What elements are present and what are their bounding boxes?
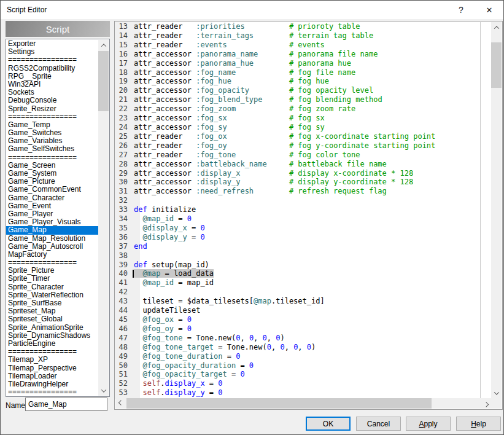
script-list-item[interactable]: Game_System (6, 170, 99, 178)
code-line[interactable]: 51 @fog_opacity_target = 0 (115, 370, 492, 379)
scroll-right-button[interactable] (481, 398, 491, 409)
script-list-item[interactable]: Settings (6, 48, 99, 56)
code-line[interactable]: 46 @fog_oy = 0 (115, 324, 492, 334)
code-line[interactable]: 33def initialize (115, 205, 492, 214)
scroll-down-button[interactable] (98, 385, 109, 396)
code-line[interactable]: 27attr_reader :fog_tone # fog color tone (115, 151, 492, 160)
script-list-item[interactable]: Game_Screen (6, 162, 99, 170)
code-line[interactable]: 15attr_reader :events # events (115, 41, 492, 50)
code-line[interactable]: 50 @fog_opacity_duration = 0 (115, 361, 492, 370)
editor-vertical-scrollbar[interactable] (491, 22, 502, 398)
script-list-item[interactable]: Win32API (6, 80, 99, 88)
help-button[interactable]: Help (456, 417, 501, 431)
script-list-item[interactable]: Game_Event (6, 202, 99, 210)
cancel-button[interactable]: Cancel (356, 417, 401, 431)
code-line[interactable]: 36 @display_y = 0 (115, 233, 492, 242)
script-list-item[interactable]: Spriteset_Global (6, 315, 99, 323)
script-list-item[interactable]: Game_Player (6, 210, 99, 218)
script-list-item[interactable]: ================ (6, 154, 99, 162)
scroll-left-button[interactable] (115, 398, 126, 409)
script-list-item[interactable]: Game_Map_Resolution (6, 235, 99, 243)
script-list-item[interactable]: RGSS2Compatibility (6, 65, 99, 72)
script-list-item[interactable]: Game_CommonEvent (6, 186, 99, 194)
script-list-item[interactable]: ParticleEngine (6, 340, 99, 348)
apply-button[interactable]: Apply (406, 417, 451, 431)
code-line[interactable]: 29attr_accessor :display_x # display x-c… (115, 169, 492, 178)
code-line[interactable]: 26attr_reader :fog_oy # fog y-coordinate… (115, 141, 492, 151)
code-editor[interactable]: 13attr_reader :priorities # prioroty tab… (114, 21, 503, 410)
script-list-item[interactable]: DebugConsole (6, 96, 99, 104)
script-list-item[interactable]: Game_Player_Visuals (6, 218, 99, 226)
code-line[interactable]: 21attr_accessor :fog_blend_type # fog bl… (115, 95, 492, 104)
script-list-item[interactable]: Tilemap_XP (6, 356, 99, 364)
close-button[interactable]: ✕ (475, 1, 503, 19)
code-line[interactable]: 41 @map_id = map_id (115, 278, 492, 288)
editor-horizontal-scrollbar[interactable] (115, 398, 491, 409)
script-list-scrollbar[interactable] (98, 40, 109, 396)
script-list-item[interactable]: Game_Variables (6, 137, 99, 145)
code-line[interactable]: 32 (115, 196, 492, 205)
scroll-down-button[interactable] (491, 388, 502, 398)
code-line[interactable]: 13attr_reader :priorities # prioroty tab… (115, 22, 492, 31)
code-line[interactable]: 34 @map_id = 0 (115, 214, 492, 224)
code-line[interactable]: 52 self.display_x = 0 (115, 379, 492, 388)
script-list-item[interactable]: Sprite_DynamicShadows (6, 332, 99, 340)
script-list-item[interactable]: MapFactory (6, 251, 99, 259)
code-line[interactable]: 24attr_accessor :fog_sy # fog sy (115, 123, 492, 132)
script-list-item[interactable]: Game_Switches (6, 129, 99, 137)
script-list-item[interactable]: ================ (6, 348, 99, 356)
code-line[interactable]: 14attr_reader :terrain_tags # terrain ta… (115, 31, 492, 41)
script-list-item[interactable]: TileDrawingHelper (6, 380, 99, 388)
code-line[interactable]: 20attr_accessor :fog_opacity # fog opaci… (115, 86, 492, 95)
script-list-item[interactable]: ================ (6, 113, 99, 121)
script-list-item[interactable]: Tilemap_Perspective (6, 364, 99, 372)
script-list-item[interactable]: ================ (6, 388, 99, 396)
code-line[interactable]: 49 @fog_tone_duration = 0 (115, 352, 492, 361)
code-line[interactable]: 17attr_accessor :panorama_hue # panorama… (115, 59, 492, 68)
script-list-item[interactable]: Exporter (6, 40, 99, 48)
script-list-item[interactable]: Sprite_Resizer (6, 105, 99, 113)
code-line[interactable]: 28attr_accessor :battleback_name # battl… (115, 160, 492, 169)
script-list-item[interactable]: Game_Temp (6, 121, 99, 129)
code-line[interactable]: 42 (115, 288, 492, 297)
code-line[interactable]: 48 @fog_tone_target = Tone.new(0, 0, 0, … (115, 343, 492, 352)
script-list-item[interactable]: TilemapLoader (6, 372, 99, 380)
code-line[interactable]: 40 @map = load_data (115, 269, 492, 278)
code-line[interactable]: 47 @fog_tone = Tone.new(0, 0, 0, 0) (115, 334, 492, 343)
code-line[interactable]: 35 @display_x = 0 (115, 224, 492, 233)
script-list-item[interactable]: RPG__Sprite (6, 72, 99, 80)
script-list-item[interactable]: Sockets (6, 88, 99, 96)
code-line[interactable]: 31attr_accessor :need_refresh # refresh … (115, 187, 492, 196)
script-name-input[interactable] (25, 398, 107, 411)
script-list-item[interactable]: Game_Map (6, 226, 99, 234)
script-list-item[interactable]: Sprite_Picture (6, 267, 99, 275)
script-list-item[interactable]: ================ (6, 259, 99, 267)
code-line[interactable]: 19attr_accessor :fog_hue # fog hue (115, 77, 492, 86)
code-line[interactable]: 22attr_accessor :fog_zoom # fog zoom rat… (115, 104, 492, 114)
code-line[interactable]: 43 tileset = $data_tilesets[@map.tileset… (115, 297, 492, 306)
scroll-up-button[interactable] (98, 40, 109, 50)
code-line[interactable]: 18attr_accessor :fog_name # fog file nam… (115, 68, 492, 77)
titlebar-help-button[interactable]: ? (447, 1, 475, 19)
ok-button[interactable]: OK (306, 417, 351, 431)
script-list-item[interactable]: ================ (6, 56, 99, 64)
code-line[interactable]: 39def setup(map_id) (115, 261, 492, 270)
scroll-up-button[interactable] (491, 22, 502, 33)
script-list-item[interactable]: Sprite_Character (6, 283, 99, 291)
script-list-item[interactable]: Sprite_AnimationSprite (6, 324, 99, 332)
code-line[interactable]: 44 updateTileset (115, 306, 492, 315)
scrollbar-thumb[interactable] (126, 398, 432, 409)
code-line[interactable]: 16attr_accessor :panorama_name # panoram… (115, 50, 492, 59)
scrollbar-thumb[interactable] (491, 42, 502, 88)
code-line[interactable]: 38 (115, 251, 492, 261)
script-list-item[interactable]: Game_SelfSwitches (6, 145, 99, 153)
scrollbar-thumb[interactable] (98, 51, 109, 111)
code-line[interactable]: 37end (115, 242, 492, 251)
script-list-item[interactable]: Game_Map_Autoscroll (6, 243, 99, 251)
code-line[interactable]: 53 self.display_y = 0 (115, 388, 492, 398)
code-line[interactable]: 30attr_accessor :display_y # display y-c… (115, 178, 492, 187)
script-list-item[interactable]: Sprite_SurfBase (6, 299, 99, 307)
code-line[interactable]: 25attr_reader :fog_ox # fog x-coordinate… (115, 132, 492, 141)
script-list-item[interactable]: Spriteset_Map (6, 307, 99, 315)
script-list-item[interactable]: Sprite_Timer (6, 275, 99, 283)
